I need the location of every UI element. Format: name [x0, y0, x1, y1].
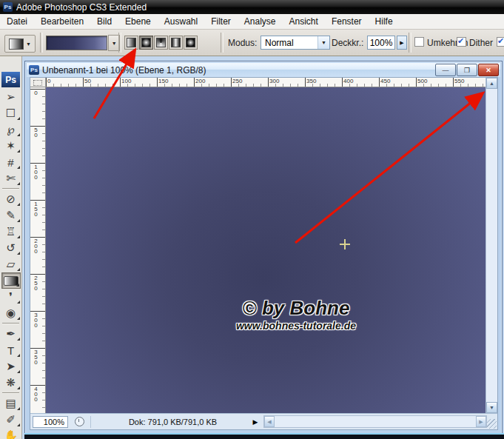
tool-custom-shape[interactable]: ❋: [1, 375, 21, 391]
h-ruler-label: 150: [158, 78, 168, 84]
diamond-gradient-icon: [186, 38, 195, 47]
h-ruler-label: 400: [343, 78, 353, 84]
h-ruler-label: 200: [195, 78, 205, 84]
v-ruler-label: 400: [33, 386, 39, 401]
tool-slice[interactable]: ✄: [1, 170, 21, 187]
opacity-slider-button[interactable]: ▶: [397, 36, 407, 50]
tool-spot-healing[interactable]: ⊘: [1, 191, 21, 207]
app-title: Adobe Photoshop CS3 Extended: [16, 2, 147, 13]
menu-hilfe[interactable]: Hilfe: [369, 14, 400, 29]
h-ruler-label: 300: [269, 78, 279, 84]
scroll-right-button[interactable]: ▶: [476, 416, 486, 427]
tool-preset-picker[interactable]: ▼: [4, 35, 36, 53]
h-ruler-label: 50: [84, 78, 91, 84]
vertical-scrollbar[interactable]: ▲ ▼: [485, 78, 497, 413]
reflected-gradient-icon: [171, 38, 181, 47]
status-bar: 100% Dok: 791,0 KB/791,0 KB ▶ ◀ ▶: [30, 413, 497, 429]
close-button[interactable]: ✕: [478, 64, 499, 76]
gradient-type-radial[interactable]: [139, 36, 153, 50]
tool-blur[interactable]: ❜: [1, 289, 21, 305]
v-ruler-label: 50: [33, 127, 39, 137]
ps-logo[interactable]: Ps: [1, 72, 20, 87]
v-ruler-label: 150: [33, 201, 39, 216]
menu-filter[interactable]: Filter: [204, 14, 238, 29]
scroll-down-button[interactable]: ▼: [486, 402, 497, 413]
gradient-type-angle[interactable]: [154, 36, 168, 50]
tool-separator: [2, 188, 19, 190]
tool-type[interactable]: T: [1, 342, 21, 358]
menu-bearbeiten[interactable]: Bearbeiten: [34, 14, 90, 29]
canvas[interactable]: [46, 87, 488, 415]
tool-gradient[interactable]: [1, 272, 21, 289]
opacity-input[interactable]: 100%: [367, 36, 395, 50]
horizontal-ruler: 050100150200250300350400450500550: [30, 78, 485, 87]
blend-mode-select[interactable]: Normal ▼: [261, 36, 330, 50]
angle-gradient-icon: [156, 38, 166, 47]
window-bottom-edge: [24, 433, 504, 439]
tool-lasso[interactable]: ℘: [1, 121, 21, 138]
tool-pen[interactable]: ✒: [1, 326, 21, 342]
horizontal-scrollbar[interactable]: ◀ ▶: [263, 415, 487, 428]
tool-history-brush[interactable]: ↺: [1, 240, 21, 256]
tool-path-selection[interactable]: ➤: [1, 358, 21, 375]
document-title-bar[interactable]: Ps Unbenannt-1 bei 100% (Ebene 1, RGB/8)…: [27, 63, 500, 77]
h-ruler-label: 100: [121, 78, 131, 84]
photoshop-app: Ps Adobe Photoshop CS3 Extended DateiBea…: [0, 0, 504, 439]
gradient-tool-icon: [4, 276, 19, 286]
menu-ebene[interactable]: Ebene: [118, 14, 158, 29]
tool-clone-stamp[interactable]: ♖: [1, 224, 21, 240]
h-ruler-label: 550: [454, 78, 464, 84]
gradient-type-reflected[interactable]: [169, 36, 183, 50]
menu-ansicht[interactable]: Ansicht: [283, 14, 325, 29]
tool-crop[interactable]: #: [1, 154, 21, 170]
minimize-button[interactable]: —: [435, 64, 456, 76]
v-ruler-label: 0: [33, 90, 39, 95]
ruler-corner: [30, 78, 46, 87]
gradient-type-diamond[interactable]: [184, 36, 198, 50]
tool-brush[interactable]: ✎: [1, 207, 21, 224]
window-controls: — ❐ ✕: [435, 64, 500, 76]
h-ruler-label: 0: [47, 78, 50, 84]
chevron-down-icon: ▼: [26, 41, 31, 47]
transparency-checkbox[interactable]: [497, 37, 504, 47]
document-title: Unbenannt-1 bei 100% (Ebene 1, RGB/8): [42, 65, 206, 76]
gradient-preview[interactable]: [46, 36, 107, 50]
zoom-level-input[interactable]: 100%: [33, 416, 68, 428]
radial-gradient-icon: [141, 38, 151, 47]
tool-eyedropper[interactable]: ✐: [1, 412, 21, 428]
scroll-left-button[interactable]: ◀: [264, 416, 275, 427]
tool-rectangular-marquee[interactable]: ☐: [1, 105, 21, 121]
reverse-checkbox[interactable]: [414, 37, 424, 47]
scroll-up-button[interactable]: ▲: [486, 78, 497, 89]
gradient-type-group: [124, 36, 198, 50]
chevron-down-icon: ▼: [112, 41, 117, 46]
tool-notes[interactable]: ▤: [1, 395, 21, 412]
status-options-button[interactable]: ▶: [250, 418, 261, 426]
tool-hand[interactable]: ✋: [1, 428, 21, 439]
toolbox: Ps ➢☐℘✶#✄⊘✎♖↺▱❜◉✒T➤❋▤✐✋: [0, 56, 22, 439]
document-size-info: Dok: 791,0 KB/791,0 KB: [97, 418, 249, 426]
menu-bild[interactable]: Bild: [90, 14, 118, 29]
tool-eraser[interactable]: ▱: [1, 256, 21, 272]
menu-datei[interactable]: Datei: [0, 14, 34, 29]
app-title-bar[interactable]: Ps Adobe Photoshop CS3 Extended: [0, 0, 504, 14]
menu-auswahl[interactable]: Auswahl: [158, 14, 204, 29]
resize-grip[interactable]: [487, 419, 497, 429]
v-ruler-label: 200: [33, 238, 39, 253]
restore-icon: ❐: [464, 67, 470, 74]
gradient-editor-well[interactable]: ▼: [46, 35, 120, 51]
document-icon: Ps: [29, 65, 39, 75]
app-icon: Ps: [3, 2, 13, 12]
scroll-up-icon: ▲: [489, 81, 494, 86]
v-ruler-label: 250: [33, 275, 39, 290]
tool-move[interactable]: ➢: [1, 89, 21, 105]
menu-analyse[interactable]: Analyse: [238, 14, 283, 29]
menu-fenster[interactable]: Fenster: [325, 14, 369, 29]
divider: [40, 33, 43, 53]
restore-button[interactable]: ❐: [457, 64, 477, 76]
h-ruler-label: 350: [306, 78, 316, 84]
tool-dodge[interactable]: ◉: [1, 305, 21, 321]
gradient-type-linear[interactable]: [124, 36, 138, 50]
tool-magic-wand[interactable]: ✶: [1, 138, 21, 154]
dither-checkbox[interactable]: [457, 37, 466, 47]
